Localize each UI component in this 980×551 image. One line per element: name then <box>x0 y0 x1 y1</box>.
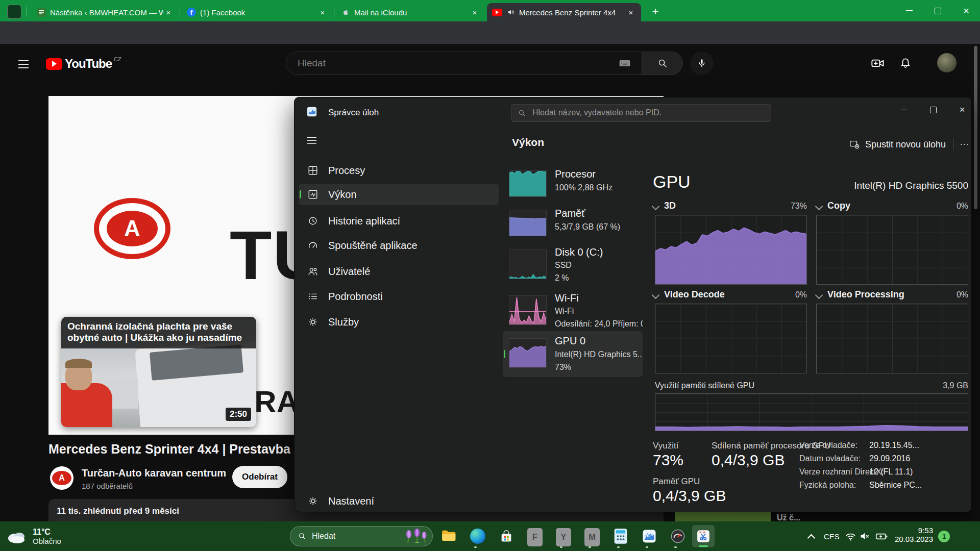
nav-item-startup-apps[interactable]: Spouštěné aplikace <box>299 235 499 256</box>
nav-item-processes[interactable]: Procesy <box>299 160 499 181</box>
tm-minimize-button[interactable] <box>893 101 915 119</box>
notifications-bell-button[interactable] <box>896 55 915 72</box>
chevron-down-icon[interactable] <box>815 203 823 211</box>
run-new-task-button[interactable]: Spustit novou úlohu <box>844 135 951 154</box>
perf-disk-name[interactable]: Disk 0 (C:) <box>555 246 603 258</box>
tab-close-icon[interactable]: × <box>470 7 480 17</box>
battery-charging-icon[interactable] <box>874 529 889 543</box>
gpu-3d-chart <box>655 215 807 285</box>
nav-label: Podrobnosti <box>328 291 383 303</box>
task-manager-taskbar-icon[interactable] <box>639 526 659 546</box>
page-scrollbar[interactable] <box>974 46 977 209</box>
chevron-down-icon[interactable] <box>815 291 823 299</box>
user-avatar[interactable] <box>937 53 957 72</box>
edge-browser-icon[interactable] <box>468 526 488 546</box>
task-manager-search-input[interactable] <box>531 108 765 118</box>
wifi-mini-chart[interactable] <box>509 295 547 325</box>
tab-audio-icon[interactable] <box>506 7 516 17</box>
tab-facebook[interactable]: f (1) Facebook × <box>182 3 333 21</box>
calculator-app-icon[interactable] <box>610 526 631 546</box>
task-manager-search-box[interactable] <box>511 104 771 121</box>
nav-item-services[interactable]: Služby <box>299 311 499 333</box>
perf-memory-name[interactable]: Paměť <box>555 208 585 219</box>
search-button[interactable] <box>642 52 683 75</box>
subscribe-button[interactable]: Odebírat <box>232 466 287 488</box>
channel-avatar[interactable]: A <box>50 466 74 490</box>
gpu-shared-memory-label: Využití paměti sdílené GPU <box>655 381 754 390</box>
keyboard-icon[interactable] <box>618 57 631 70</box>
perf-cpu-name[interactable]: Procesor <box>555 168 596 180</box>
disk-mini-chart[interactable] <box>509 249 547 279</box>
speedtest-gauge-icon[interactable] <box>668 526 688 546</box>
running-indicator-dot <box>589 546 591 548</box>
clock-date: 20.03.2023 <box>892 535 933 543</box>
tm-page-title: Výkon <box>512 136 544 148</box>
more-options-button[interactable]: ··· <box>957 136 972 153</box>
memory-mini-chart[interactable] <box>509 210 547 236</box>
detail-value: 29.09.2016 <box>869 454 910 463</box>
video-brand-logo-letter: A <box>107 211 158 246</box>
tray-expand-chevron[interactable] <box>804 531 820 543</box>
clock-widget[interactable]: 9:53 20.03.2023 <box>892 526 933 543</box>
nav-label: Procesy <box>328 165 365 177</box>
app-icon-y[interactable]: Y <box>553 527 574 547</box>
tab-actions-menu-icon[interactable] <box>7 5 21 19</box>
perf-gpu-name[interactable]: GPU 0 <box>555 335 585 347</box>
nav-item-performance-selected[interactable]: Výkon <box>299 184 499 205</box>
voice-search-button[interactable] <box>690 52 714 75</box>
nav-item-users[interactable]: Uživatelé <box>299 261 499 282</box>
thumbnail-person-jacket <box>61 383 112 427</box>
running-indicator-dot <box>674 546 677 548</box>
nav-label: Výkon <box>328 189 357 201</box>
tm-close-button[interactable]: × <box>951 101 973 119</box>
notification-count-badge[interactable]: 1 <box>938 531 950 542</box>
tm-maximize-button[interactable] <box>922 101 944 119</box>
new-tab-button[interactable]: + <box>648 5 663 19</box>
utilization-label: Využití <box>653 441 678 451</box>
volume-muted-icon[interactable] <box>857 529 873 543</box>
window-minimize-button[interactable] <box>897 4 921 17</box>
tm-nav-hamburger[interactable] <box>303 131 321 149</box>
chevron-down-icon[interactable] <box>652 291 660 299</box>
tab-close-icon[interactable]: × <box>626 7 636 17</box>
nav-item-app-history[interactable]: Historie aplikací <box>299 210 499 232</box>
window-maximize-button[interactable] <box>926 4 949 17</box>
tab-title: Mercedes Benz Sprinter 4x4 <box>519 8 626 17</box>
nav-item-details[interactable]: Podrobnosti <box>299 286 499 307</box>
gpu-shared-memory-chart <box>655 393 968 431</box>
snipping-tool-icon-active[interactable] <box>692 525 715 547</box>
guide-hamburger-button[interactable] <box>14 55 33 73</box>
channel-name[interactable]: Turčan-Auto karavan centrum <box>82 467 226 479</box>
app-icon-f[interactable]: F <box>525 527 545 547</box>
weather-widget[interactable]: 11°C Oblačno <box>5 521 112 551</box>
chevron-down-icon[interactable] <box>652 203 660 211</box>
tab-bmwheat[interactable]: Nástěnka ‹ BMWHEAT.COM — W × <box>32 3 179 21</box>
perf-gpu-line2: 73% <box>555 363 571 372</box>
youtube-search-input[interactable] <box>297 57 618 69</box>
tab-youtube-active[interactable]: Mercedes Benz Sprinter 4x4 × <box>487 3 641 21</box>
microsoft-store-icon[interactable] <box>496 526 517 546</box>
task-manager-app-icon <box>306 106 318 118</box>
perf-wifi-name[interactable]: Wi-Fi <box>555 292 579 304</box>
window-close-button[interactable]: × <box>954 4 978 17</box>
file-explorer-icon[interactable] <box>439 526 459 546</box>
tab-close-icon[interactable]: × <box>317 7 328 17</box>
app-icon-m[interactable]: M <box>582 527 602 547</box>
taskbar-search-box[interactable]: Hledat <box>290 526 433 546</box>
nav-label: Historie aplikací <box>328 215 400 227</box>
thumbnail-person-hair <box>65 359 92 368</box>
keyboard-language-button[interactable]: CES <box>824 532 840 541</box>
cpu-mini-chart[interactable] <box>509 170 547 197</box>
youtube-logo[interactable]: YouTube CZ <box>46 57 121 71</box>
gpu-device-name: Intel(R) HD Graphics 5500 <box>805 180 968 191</box>
suggested-video-card[interactable]: Ochranná izolačná plachta pre vaše obytn… <box>61 317 256 427</box>
create-video-button[interactable] <box>868 56 888 71</box>
tab-close-icon[interactable]: × <box>163 7 174 17</box>
detail-label: Datum ovladače: <box>799 454 861 463</box>
tab-icloud-mail[interactable]: Mail na iCloudu × <box>336 3 485 21</box>
youtube-search-box[interactable] <box>286 52 642 75</box>
wifi-icon[interactable] <box>843 529 857 543</box>
search-highlight-flowers-icon <box>403 529 429 544</box>
nav-item-settings[interactable]: Nastavení <box>299 490 499 512</box>
gpu-mini-chart[interactable] <box>509 338 547 368</box>
